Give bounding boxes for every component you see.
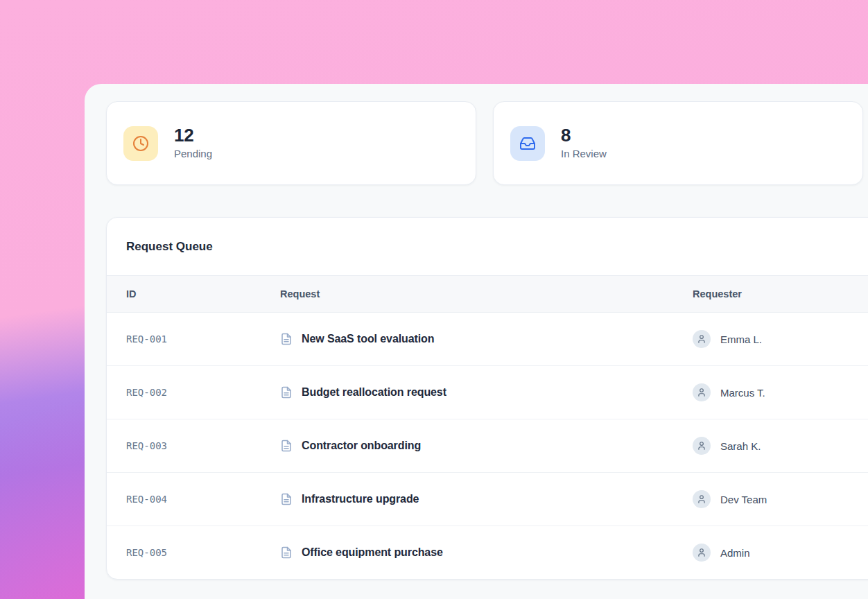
request-title: Office equipment purchase (302, 546, 443, 559)
table-row[interactable]: REQ-002 Budget reallocation request (107, 366, 868, 419)
stat-text: 8 In Review (561, 125, 607, 162)
avatar (693, 437, 711, 455)
request-queue-card: Request Queue ID Request Requester REQ-0… (106, 217, 868, 580)
requester-name: Dev Team (720, 494, 767, 505)
stat-label: Pending (174, 146, 212, 162)
clock-icon (123, 126, 158, 161)
table-header-row: ID Request Requester (107, 276, 868, 313)
requester-name: Emma L. (720, 333, 762, 345)
table-row[interactable]: REQ-003 Contractor onboarding (107, 419, 868, 473)
request-queue-title: Request Queue (107, 218, 868, 275)
column-header-requester: Requester (693, 276, 868, 313)
avatar (693, 490, 711, 508)
request-id: REQ-003 (107, 419, 280, 473)
request-id: REQ-004 (107, 473, 280, 526)
stat-card-pending: 12 Pending (106, 101, 476, 185)
request-title: Budget reallocation request (302, 386, 446, 399)
stat-value: 8 (561, 125, 607, 146)
stats-row: 12 Pending 8 In Review (106, 101, 868, 185)
request-title: New SaaS tool evaluation (302, 333, 434, 345)
file-text-icon (280, 440, 293, 452)
column-header-id: ID (107, 276, 280, 313)
request-queue-table: ID Request Requester REQ-001 New SaaS (107, 275, 868, 579)
request-id: REQ-005 (107, 526, 280, 580)
stat-label: In Review (561, 146, 607, 162)
request-id: REQ-002 (107, 366, 280, 419)
stat-card-in-review: 8 In Review (493, 101, 863, 185)
table-row[interactable]: REQ-001 New SaaS tool evaluation (107, 313, 868, 366)
avatar (693, 383, 711, 401)
request-id: REQ-001 (107, 313, 280, 366)
request-title: Infrastructure upgrade (302, 493, 419, 505)
stat-value: 12 (174, 125, 212, 146)
avatar (693, 544, 711, 562)
avatar (693, 330, 711, 348)
table-row[interactable]: REQ-005 Office equipment purchase (107, 526, 868, 580)
file-text-icon (280, 493, 293, 505)
file-text-icon (280, 386, 293, 399)
requester-name: Marcus T. (720, 387, 765, 399)
table-row[interactable]: REQ-004 Infrastructure upgrade (107, 473, 868, 526)
content-panel: 12 Pending 8 In Review Request Queue (85, 84, 868, 599)
request-title: Contractor onboarding (302, 440, 421, 452)
inbox-icon (510, 126, 545, 161)
stat-text: 12 Pending (174, 125, 212, 162)
file-text-icon (280, 546, 293, 559)
requester-name: Sarah K. (720, 440, 761, 452)
column-header-request: Request (280, 276, 693, 313)
file-text-icon (280, 333, 293, 345)
requester-name: Admin (720, 547, 750, 559)
